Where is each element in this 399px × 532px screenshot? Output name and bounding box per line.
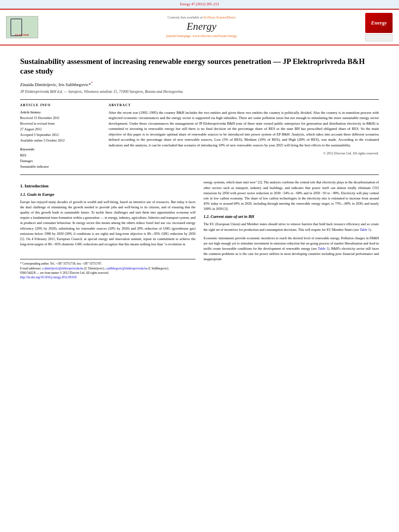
citation-text: Energy 47 (2012) 205–212: [180, 2, 219, 6]
corresponding-marker: *: [91, 81, 93, 85]
available-date: Available online 5 October 2012: [20, 138, 101, 143]
revised-label: Received in revised form: [20, 121, 101, 126]
body-right-column: energy systems, which must start now" [2…: [204, 180, 379, 279]
footnote-emails: E-mail addresses: z.dimitrijevic@elektro…: [20, 266, 195, 271]
energy-logo-image: Energy: [365, 13, 393, 33]
keyword-3: Sustainable indicator: [20, 164, 101, 169]
elsevier-logo: [4, 16, 40, 38]
elsevier-logo-image: [6, 16, 38, 38]
article-title: Sustainability assessment of increasing …: [20, 57, 379, 76]
journal-link[interactable]: energy: [228, 34, 237, 38]
abstract-text: After the recent war (1992–1995) the cou…: [109, 110, 379, 148]
footnote-issn: 0360-5442/$ — see front matter © 2012 El…: [20, 271, 195, 275]
article-info-header: ARTICLE INFO: [20, 103, 101, 107]
keywords-section: Keywords: RES Damages Sustainable indica…: [20, 147, 101, 169]
sciverse-link[interactable]: SciVerse ScienceDirect: [204, 15, 236, 19]
email1-link[interactable]: z.dimitrijevic@elektroprivreda.ba: [42, 267, 83, 270]
body-left-column: 1. Introduction 1.1. Goals in Europe Eur…: [20, 180, 195, 279]
journal-citation-bar: Energy 47 (2012) 205–212: [0, 0, 399, 9]
accepted-date: Accepted 5 September 2012: [20, 133, 101, 138]
energy-logo-box: Energy: [363, 13, 395, 41]
table-ref-2: Table 1: [318, 246, 328, 251]
history-label: Article history:: [20, 110, 101, 115]
received-date: Received 15 December 2011: [20, 116, 101, 121]
footnote-doi: http://dx.doi.org/10.1016/j.energy.2012.…: [20, 275, 195, 279]
section1-title: 1. Introduction: [20, 183, 195, 189]
journal-homepage: journal homepage: www.elsevier.com/locat…: [40, 34, 363, 39]
article-info-column: ARTICLE INFO Article history: Received 1…: [20, 103, 101, 170]
energy-logo-small: [365, 34, 393, 41]
journal-name: Energy: [40, 21, 363, 33]
affiliation: JP Elektroprivreda BiH d.d. — Sarajevo, …: [20, 89, 379, 94]
abstract-header: ABSTRACT: [109, 103, 379, 107]
doi-link[interactable]: http://dx.doi.org/10.1016/j.energy.2012.…: [20, 275, 76, 279]
body-columns: 1. Introduction 1.1. Goals in Europe Eur…: [20, 180, 379, 279]
table-ref-1: Table 1: [360, 228, 370, 232]
copyright: © 2012 Elsevier Ltd. All rights reserved…: [109, 151, 379, 156]
abstract-column: ABSTRACT After the recent war (1992–1995…: [109, 103, 379, 170]
email2-link[interactable]: i.salihbegovic@elektroprivreda.ba: [105, 267, 147, 270]
keyword-2: Damages: [20, 159, 101, 164]
footnote-section: * Corresponding author. Tel.: +387 33751…: [20, 259, 195, 279]
revised-date: 27 August 2012: [20, 127, 101, 132]
journal-header: Contents lists available at SciVerse Sci…: [0, 9, 399, 45]
keywords-label: Keywords:: [20, 147, 101, 152]
journal-center: Contents lists available at SciVerse Sci…: [40, 15, 363, 38]
right-col-text1: energy systems, which must start now" [2…: [204, 180, 379, 212]
section-divider: [20, 175, 379, 175]
subsection2-title: 1.2. Current state-of-art in BH: [204, 214, 379, 220]
subsection1-title: 1.1. Goals in Europe: [20, 192, 195, 197]
main-content: Sustainability assessment of increasing …: [0, 45, 399, 288]
subsection1-text: Europe has enjoyed many decades of growt…: [20, 199, 195, 247]
article-info-abstract: ARTICLE INFO Article history: Received 1…: [20, 99, 379, 170]
footnote-corresponding: * Corresponding author. Tel.: +387 33751…: [20, 261, 195, 266]
keyword-1: RES: [20, 153, 101, 158]
sciverse-line: Contents lists available at SciVerse Sci…: [40, 15, 363, 20]
subsection2-text1: The EU (European Union) and Member state…: [204, 222, 379, 232]
subsection2-text2: Economic instruments provide economic in…: [204, 236, 379, 262]
authors: Zinaida Dimitrijevic, Iris Salihbegovic*…: [20, 80, 379, 88]
